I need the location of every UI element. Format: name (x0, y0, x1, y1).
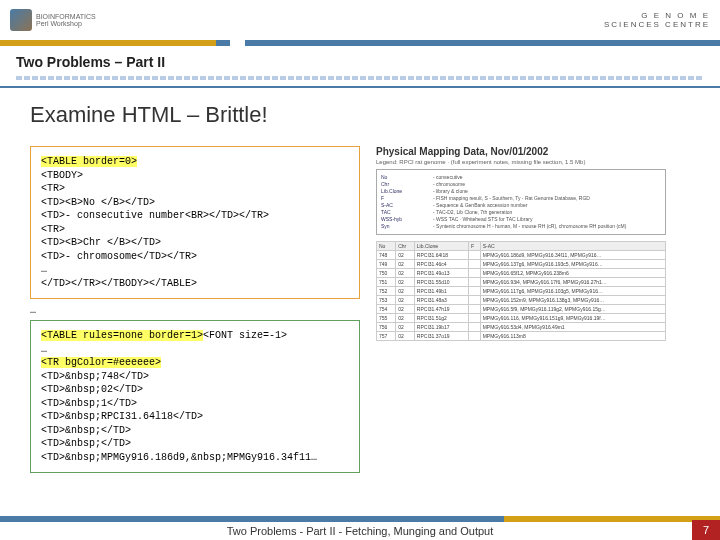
code2-line: <TD>&nbsp;1</TD> (41, 398, 137, 409)
legend-row: S-AC- Sequence & GenBank accession numbe… (381, 202, 661, 209)
table-row: 74902RPCI31.46c4MPMGy916.137g6, MPMGy916… (377, 260, 666, 269)
table-cell: 750 (377, 269, 396, 278)
legend-row: Syn- Syntenic chromosome H - human, M - … (381, 223, 661, 230)
col-header: F (469, 242, 481, 251)
table-row: 75602RPCI31.19b17MPMGy916.53d4, MPMGy916… (377, 323, 666, 332)
table-cell (469, 305, 481, 314)
code1-line: <TR> (41, 224, 65, 235)
ellipsis: … (30, 305, 360, 316)
table-cell: 02 (396, 251, 415, 260)
table-cell: RPCI31.37o19 (414, 332, 468, 341)
legend-row: TAC- TAC-D2, Lib Clone, 7th generation (381, 209, 661, 216)
code2-line: <TD>&nbsp;MPMGy916.186d9,&nbsp;MPMGy916.… (41, 452, 317, 463)
table-row: 75402RPCI31.47h19MPMGy916.5f9, MPMGy916.… (377, 305, 666, 314)
table-cell: 751 (377, 278, 396, 287)
slide-title: Examine HTML – Brittle! (30, 102, 690, 128)
slide-content: Examine HTML – Brittle! <TABLE border=0>… (0, 88, 720, 489)
table-cell: 02 (396, 260, 415, 269)
code-box-2: <TABLE rules=none border=1><FONT size=-1… (30, 320, 360, 473)
code-column: <TABLE border=0> <TBODY> <TR> <TD><B>No … (30, 146, 360, 479)
logo-right: G E N O M E SCIENCES CENTRE (604, 11, 710, 29)
table-cell: RPCI31.51g2 (414, 314, 468, 323)
code2-line: <TD>&nbsp;748</TD> (41, 371, 149, 382)
table-cell: 02 (396, 323, 415, 332)
table-header-row: NoChrLib.CloneFS-AC (377, 242, 666, 251)
table-cell: 02 (396, 332, 415, 341)
table-cell: MPMGy916.65f12, MPMGy916.238m6 (480, 269, 665, 278)
table-cell: 02 (396, 278, 415, 287)
code1-highlight: <TABLE border=0> (41, 156, 137, 167)
table-cell: RPCI31.19b17 (414, 323, 468, 332)
table-cell: 756 (377, 323, 396, 332)
page-number: 7 (692, 520, 720, 540)
table-cell: 757 (377, 332, 396, 341)
code1-line: <TBODY> (41, 170, 83, 181)
table-cell: MPMGy916.113m8 (480, 332, 665, 341)
legend-row: Lib.Clone- library & clone (381, 188, 661, 195)
table-cell: RPCI31.49o13 (414, 269, 468, 278)
logo-right-bottom: SCIENCES CENTRE (604, 20, 710, 29)
legend-row: Chr- chromosome (381, 181, 661, 188)
table-cell: 02 (396, 269, 415, 278)
code2-tail: <FONT size=-1> (203, 330, 287, 341)
table-cell: RPCI31.49b1 (414, 287, 468, 296)
code1-line: <TD><B>No </B></TD> (41, 197, 155, 208)
code2-highlight: <TABLE rules=none border=1> (41, 330, 203, 341)
table-cell: 752 (377, 287, 396, 296)
table-cell (469, 323, 481, 332)
table-row: 75202RPCI31.49b1MPMGy916.117g6, MPMGy916… (377, 287, 666, 296)
table-cell (469, 314, 481, 323)
table-cell: MPMGy916.117g6, MPMGy916.103g5, MPMGy916… (480, 287, 665, 296)
code1-line: <TD>- consecutive number<BR></TD></TR> (41, 210, 269, 221)
table-cell: 753 (377, 296, 396, 305)
table-cell: MPMGy916.116, MPMGy916.151g9, MPMGy916.1… (480, 314, 665, 323)
code2-line: <TD>&nbsp;</TD> (41, 438, 131, 449)
preview-legend: No- consecutiveChr- chromosomeLib.Clone-… (376, 169, 666, 235)
table-cell: RPCI31.55d10 (414, 278, 468, 287)
logo-left-top: BIOINFORMATICS (36, 13, 96, 20)
table-cell: MPMGy916.152m9, MPMGy916.138g3, MPMGy916… (480, 296, 665, 305)
table-cell: MPMGy916.93i4, MPMGy916.17f6, MPMGy916.2… (480, 278, 665, 287)
table-cell (469, 278, 481, 287)
code2-line: … (41, 344, 47, 355)
code1-line: <TD><B>Chr </B></TD> (41, 237, 161, 248)
table-row: 75302RPCI31.48a3MPMGy916.152m9, MPMGy916… (377, 296, 666, 305)
preview-subtitle: Legend: RPCI rat genome · (full experime… (376, 159, 666, 165)
top-bar: BIOINFORMATICS Perl Workshop G E N O M E… (0, 0, 720, 40)
table-row: 75702RPCI31.37o19MPMGy916.113m8 (377, 332, 666, 341)
table-cell (469, 332, 481, 341)
logo-left-bottom: Perl Workshop (36, 20, 96, 27)
preview-table: NoChrLib.CloneFS-AC 74802RPCI31.64l18MPM… (376, 241, 666, 341)
logo-left: BIOINFORMATICS Perl Workshop (10, 9, 96, 31)
table-cell: RPCI31.64l18 (414, 251, 468, 260)
table-row: 75502RPCI31.51g2MPMGy916.116, MPMGy916.1… (377, 314, 666, 323)
table-cell: 748 (377, 251, 396, 260)
code1-line: </TD></TR></TBODY></TABLE> (41, 278, 197, 289)
table-cell (469, 251, 481, 260)
table-cell: RPCI31.48a3 (414, 296, 468, 305)
legend-row: No- consecutive (381, 174, 661, 181)
col-header: Chr (396, 242, 415, 251)
table-cell: 755 (377, 314, 396, 323)
table-cell: RPCI31.47h19 (414, 305, 468, 314)
breadcrumb: Two Problems – Part II (0, 48, 720, 88)
logo-right-top: G E N O M E (604, 11, 710, 20)
col-header: No (377, 242, 396, 251)
table-cell: 754 (377, 305, 396, 314)
legend-row: F- FISH mapping result, S - Southern, Ty… (381, 195, 661, 202)
code2-line: <TD>&nbsp;RPCI31.64l18</TD> (41, 411, 203, 422)
preview-title: Physical Mapping Data, Nov/01/2002 (376, 146, 666, 157)
table-cell: 02 (396, 296, 415, 305)
table-cell: MPMGy916.5f9, MPMGy916.119g2, MPMGy916.1… (480, 305, 665, 314)
table-cell (469, 269, 481, 278)
table-cell: MPMGy916.186d9, MPMGy916.34f11, MPMGy916… (480, 251, 665, 260)
code1-line: <TR> (41, 183, 65, 194)
col-header: S-AC (480, 242, 665, 251)
table-cell: MPMGy916.137g6, MPMGy916.193c5, MPMGy916… (480, 260, 665, 269)
camel-icon (10, 9, 32, 31)
col-header: Lib.Clone (414, 242, 468, 251)
table-cell: RPCI31.46c4 (414, 260, 468, 269)
code-box-1: <TABLE border=0> <TBODY> <TR> <TD><B>No … (30, 146, 360, 299)
table-cell (469, 296, 481, 305)
footer: Two Problems - Part II - Fetching, Mungi… (0, 516, 720, 540)
